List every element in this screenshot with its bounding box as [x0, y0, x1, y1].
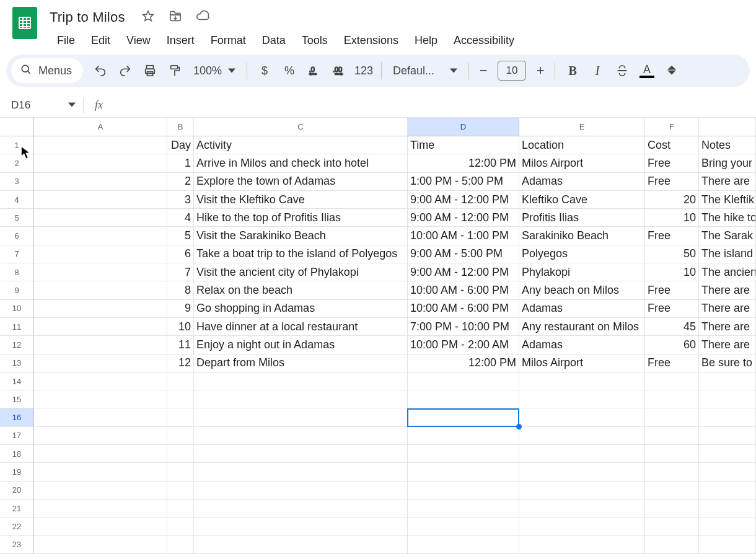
cell-C[interactable]: [194, 482, 408, 500]
cell-cost[interactable]: Free: [645, 281, 699, 299]
cell-location[interactable]: Sarakiniko Beach: [519, 227, 645, 245]
cloud-status-icon[interactable]: [196, 9, 209, 25]
cell-notes[interactable]: The ancien: [699, 263, 756, 281]
cell-location[interactable]: Adamas: [519, 336, 645, 354]
star-icon[interactable]: [141, 9, 155, 25]
cell-A[interactable]: [34, 300, 167, 318]
cell-A[interactable]: [34, 263, 167, 281]
cell-C[interactable]: [194, 427, 408, 445]
cell-E[interactable]: [519, 463, 645, 481]
cell-A[interactable]: [34, 445, 167, 463]
cell-notes[interactable]: There are: [699, 300, 756, 318]
cell-E[interactable]: [519, 372, 645, 390]
cell-day[interactable]: 8: [167, 281, 194, 299]
cell-F[interactable]: [645, 482, 699, 500]
header-cost[interactable]: Cost: [645, 136, 699, 154]
cell-F[interactable]: [645, 536, 699, 554]
cell-cost[interactable]: Free: [645, 154, 699, 172]
cell-notes[interactable]: There are: [699, 173, 756, 191]
cell-notes[interactable]: There are: [699, 318, 756, 336]
cell-B[interactable]: [167, 517, 194, 535]
decrease-decimal-button[interactable]: .0: [303, 59, 325, 82]
zoom-select[interactable]: 100%: [188, 64, 240, 77]
cell-activity[interactable]: Go shopping in Adamas: [194, 300, 408, 318]
row-header[interactable]: 20: [0, 482, 34, 500]
header-day[interactable]: Day: [167, 136, 194, 154]
bold-button[interactable]: B: [561, 59, 584, 82]
cell-G[interactable]: [699, 408, 756, 426]
cell-cost[interactable]: Free: [645, 227, 699, 245]
cell-C[interactable]: [194, 408, 408, 426]
select-all-corner[interactable]: [0, 118, 34, 136]
cell-E[interactable]: [519, 536, 645, 554]
cell-D[interactable]: [408, 463, 519, 481]
cell-location[interactable]: Any beach on Milos: [519, 281, 645, 299]
cell-day[interactable]: 3: [167, 191, 194, 209]
move-icon[interactable]: [169, 9, 182, 25]
menu-insert[interactable]: Insert: [159, 32, 202, 50]
column-header-A[interactable]: A: [34, 118, 167, 136]
row-header[interactable]: 18: [0, 445, 34, 463]
cell-A[interactable]: [34, 427, 167, 445]
row-header[interactable]: 8: [0, 263, 34, 281]
cell-B[interactable]: [167, 500, 194, 517]
column-header-F[interactable]: F: [645, 118, 699, 136]
cell-activity[interactable]: Visit the Kleftiko Cave: [194, 191, 408, 209]
menu-view[interactable]: View: [119, 32, 158, 50]
cell-C[interactable]: [194, 500, 408, 517]
cell-A[interactable]: [34, 536, 167, 554]
undo-button[interactable]: [89, 59, 112, 82]
cell-cost[interactable]: Free: [645, 173, 699, 191]
cell-cost[interactable]: 60: [645, 336, 699, 354]
cell-G[interactable]: [699, 517, 756, 535]
column-header-D[interactable]: D: [408, 118, 519, 136]
cell-D[interactable]: [408, 390, 519, 408]
redo-button[interactable]: [114, 59, 136, 82]
cell-activity[interactable]: Relax on the beach: [194, 281, 408, 299]
row-header[interactable]: 17: [0, 427, 34, 445]
cell-G[interactable]: [699, 500, 756, 517]
cell-notes[interactable]: Be sure to: [699, 354, 756, 372]
cell-C[interactable]: [194, 390, 408, 408]
row-header[interactable]: 19: [0, 463, 34, 481]
cell-time[interactable]: 12:00 PM: [408, 154, 519, 172]
column-header-C[interactable]: C: [194, 118, 408, 136]
cell-A[interactable]: [34, 482, 167, 500]
column-header-blank[interactable]: [699, 118, 756, 136]
cell-A[interactable]: [34, 318, 167, 336]
column-header-E[interactable]: E: [519, 118, 645, 136]
cell-A[interactable]: [34, 500, 167, 517]
cell-C[interactable]: [194, 536, 408, 554]
cell-F[interactable]: [645, 408, 699, 426]
cell-cost[interactable]: 45: [645, 318, 699, 336]
cell-notes[interactable]: The Kleftik: [699, 191, 756, 209]
row-header[interactable]: 14: [0, 372, 34, 390]
cell-A[interactable]: [34, 209, 167, 227]
cell-activity[interactable]: Arrive in Milos and check into hotel: [194, 154, 408, 172]
toolbar-search[interactable]: Menus: [11, 58, 83, 83]
print-button[interactable]: [139, 59, 161, 82]
cell-time[interactable]: 9:00 AM - 12:00 PM: [408, 263, 519, 281]
row-header[interactable]: 7: [0, 245, 34, 263]
cell-A[interactable]: [34, 517, 167, 535]
cell-activity[interactable]: Visit the ancient city of Phylakopi: [194, 263, 408, 281]
cell-cost[interactable]: 50: [645, 245, 699, 263]
cell-B[interactable]: [167, 427, 194, 445]
cell-G[interactable]: [699, 536, 756, 554]
row-header[interactable]: 6: [0, 227, 34, 245]
cell-E[interactable]: [519, 390, 645, 408]
cell-B[interactable]: [167, 536, 194, 554]
cell-location[interactable]: Profitis Ilias: [519, 209, 645, 227]
row-header[interactable]: 23: [0, 536, 34, 554]
fill-color-button[interactable]: [661, 59, 683, 82]
cell-C[interactable]: [194, 372, 408, 390]
document-title[interactable]: Trip to Milos: [50, 8, 129, 27]
cell-G[interactable]: [699, 482, 756, 500]
cell-location[interactable]: Phylakopi: [519, 263, 645, 281]
increase-font-size-button[interactable]: +: [532, 63, 548, 79]
cell-F[interactable]: [645, 445, 699, 463]
cell-time[interactable]: 10:00 AM - 1:00 PM: [408, 227, 519, 245]
row-header[interactable]: 15: [0, 390, 34, 408]
row-header[interactable]: 12: [0, 336, 34, 354]
cell-activity[interactable]: Have dinner at a local restaurant: [194, 318, 408, 336]
